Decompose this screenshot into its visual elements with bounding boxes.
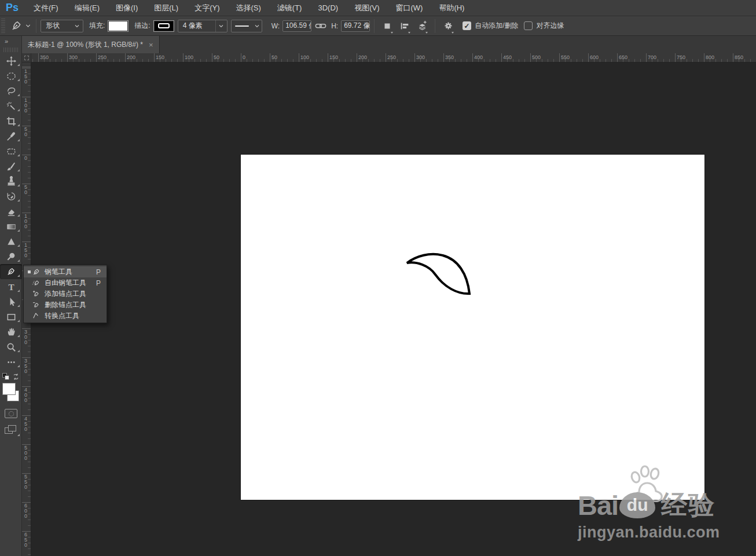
pen-tool-icon [6,266,17,277]
height-input[interactable]: 69.72 像 [341,20,370,32]
stroke-type-select[interactable] [231,20,262,32]
watermark-bai-text: Bai [578,489,618,521]
menu-item[interactable]: 文字(Y) [186,0,227,16]
blur-tool[interactable] [0,234,22,249]
eraser-tool[interactable] [0,204,22,219]
fill-color-swatch[interactable] [108,20,129,32]
type-tool[interactable]: T [0,279,22,294]
flyout-menu-item[interactable]: 删除锚点工具 [24,299,107,310]
menu-bar: Ps 文件(F)编辑(E)图像(I)图层(L)文字(Y)选择(S)滤镜(T)3D… [0,0,756,16]
blur-tool-icon [6,236,17,247]
menu-item[interactable]: 视图(V) [346,0,387,16]
magic-wand-tool[interactable] [0,98,22,114]
path-arrangement-button[interactable] [414,19,430,34]
document-canvas[interactable] [241,155,704,500]
ruler-tick-label: 150 [156,54,164,60]
document-tab[interactable]: 未标题-1 @ 100% (形状 1, RGB/8#) * × [22,36,160,53]
ruler-tick-label: 550 [561,54,570,60]
menu-item[interactable]: 3D(D) [310,0,346,16]
close-tab-icon[interactable]: × [149,41,153,49]
menu-item[interactable]: 窗口(W) [387,0,431,16]
auto-add-delete-checkbox[interactable]: ✓ [463,21,471,30]
elliptical-marquee-tool[interactable] [0,68,22,83]
separator [374,19,375,33]
quick-mask-button[interactable] [5,409,17,418]
patch-tool[interactable] [0,144,22,159]
eyedropper-tool[interactable] [0,129,22,144]
add-anchor-tool-icon [32,290,42,299]
edit-toolbar[interactable] [0,354,22,370]
menu-item[interactable]: 编辑(E) [67,0,108,16]
toolbar-collapse-button[interactable]: » [0,36,21,46]
gradient-tool[interactable] [0,219,22,234]
svg-text:T: T [8,281,14,291]
flyout-menu-item[interactable]: 自由钢笔工具P [24,277,107,288]
screen-mode-button[interactable] [5,425,17,435]
width-input[interactable]: 106.59 像 [282,20,311,32]
hand-tool[interactable] [0,324,22,339]
stroke-color-swatch[interactable] [153,20,174,32]
document-title: 未标题-1 @ 100% (形状 1, RGB/8#) * [28,40,143,50]
ruler-tick-label: 100 [300,54,309,60]
fill-label: 填充: [89,21,105,31]
pen-options-button[interactable] [441,19,456,34]
horizontal-ruler[interactable]: 3503002502001501005005010015020025030035… [22,53,756,63]
zoom-tool[interactable] [0,339,22,354]
tool-preset-picker[interactable] [10,20,32,32]
foreground-color-swatch[interactable] [2,383,16,395]
ruler-tick-label: 600 [590,54,599,60]
flyout-item-label: 转换点工具 [45,311,101,321]
clone-stamp-tool[interactable] [0,174,22,189]
flyout-item-label: 添加锚点工具 [45,289,101,299]
link-dimensions-icon[interactable] [315,21,326,30]
menu-item[interactable]: 图层(L) [146,0,186,16]
path-operations-button[interactable] [380,19,395,34]
ruler-origin-corner[interactable] [22,53,31,63]
path-alignment-button[interactable] [397,19,412,34]
menu-item[interactable]: 选择(S) [228,0,269,16]
auto-add-delete-label: 自动添加/删除 [475,21,518,31]
menu-item[interactable]: 文件(F) [25,0,67,16]
eyedropper-tool-icon [6,131,17,142]
options-bar-grip[interactable] [1,19,5,34]
menu-item[interactable]: 滤镜(T) [269,0,310,16]
convert-point-tool-icon [32,312,42,321]
dodge-tool[interactable] [0,249,22,264]
tool-mode-select[interactable]: 形状 [41,20,83,32]
lasso-tool-icon [6,86,17,97]
menu-item[interactable]: 图像(I) [108,0,146,16]
menu-item[interactable]: 帮助(H) [431,0,472,16]
foreground-background-swatches [2,383,20,403]
align-edges-checkbox[interactable] [524,21,533,30]
ruler-tick-label: 200 [358,54,367,60]
watermark-du-blob: du [619,492,655,518]
ruler-tick-label: 650 [619,54,627,60]
canvas-workspace[interactable]: Bai du 经验 jingyan.baidu.com [31,63,756,556]
flyout-menu-item[interactable]: 转换点工具 [24,310,107,321]
quick-mask-icon [9,411,14,416]
swap-colors-icon[interactable] [12,372,20,383]
lasso-tool[interactable] [0,83,22,98]
toolbar-grip[interactable] [3,47,18,52]
ruler-tick-label: 850 [735,54,743,60]
ruler-tick-label: 300 [69,54,78,60]
default-background-swatch [5,375,9,380]
brush-tool[interactable] [0,159,22,174]
default-colors-icon[interactable] [2,373,10,381]
ruler-tick-label: 5 5 0 [24,474,27,490]
crop-tool[interactable] [0,114,22,129]
history-brush-tool[interactable] [0,189,22,204]
rectangle-tool[interactable] [0,309,22,324]
ruler-tick-label: 800 [706,54,714,60]
pen-tool[interactable] [0,264,22,279]
ruler-tick-label: 150 [329,54,338,60]
flyout-item-shortcut: P [96,279,103,287]
path-selection-tool[interactable] [0,294,22,309]
flyout-menu-item[interactable]: 添加锚点工具 [24,288,107,299]
move-tool-icon [6,56,17,67]
stroke-label: 描边: [134,21,150,31]
move-tool[interactable] [0,53,22,68]
stroke-width-select[interactable]: 4 像素 [178,20,227,32]
pen-shape-path[interactable] [407,254,469,294]
flyout-menu-item[interactable]: 钢笔工具P [24,266,107,277]
